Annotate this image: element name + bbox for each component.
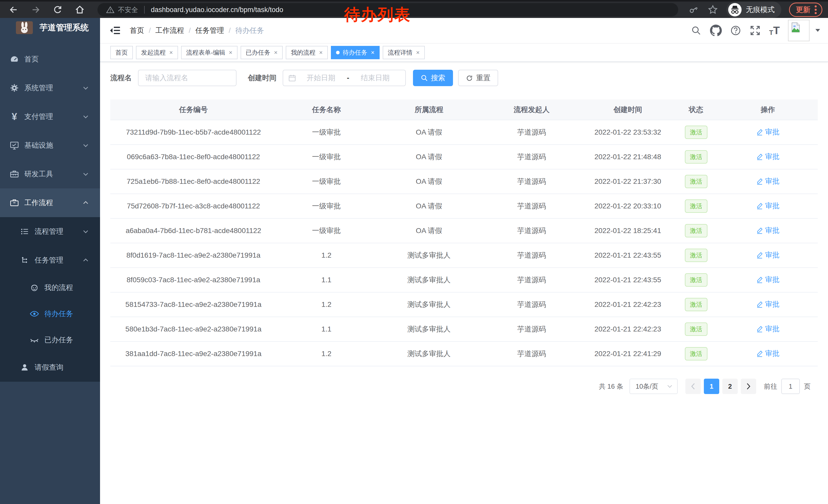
sidebar-item-workflow[interactable]: 工作流程 bbox=[0, 188, 100, 217]
sidebar-item-system[interactable]: 系统管理 bbox=[0, 74, 100, 102]
header-search-button[interactable] bbox=[691, 25, 702, 36]
approve-link[interactable]: 审批 bbox=[756, 226, 780, 235]
reset-button[interactable]: 重置 bbox=[458, 70, 498, 86]
avatar-dropdown-caret[interactable] bbox=[815, 29, 820, 32]
face-icon bbox=[29, 283, 40, 292]
tab-home[interactable]: 首页 bbox=[110, 46, 133, 59]
close-icon[interactable]: × bbox=[274, 49, 278, 56]
browser-forward-button[interactable] bbox=[30, 4, 42, 16]
edit-pen-icon bbox=[756, 153, 763, 160]
cell-starter: 芋道源码 bbox=[482, 194, 581, 218]
sidebar-item-my-process[interactable]: 我的流程 bbox=[0, 275, 100, 301]
reload-icon bbox=[52, 4, 64, 15]
sidebar-item-dev-tools[interactable]: 研发工具 bbox=[0, 160, 100, 188]
browser-reload-button[interactable] bbox=[52, 4, 64, 16]
header-github-button[interactable] bbox=[710, 25, 722, 36]
sidebar-item-leave-query[interactable]: 请假查询 bbox=[0, 353, 100, 382]
main-area: 首页 / 工作流程 / 任务管理 / 待办任务 bbox=[100, 18, 828, 504]
browser-back-button[interactable] bbox=[8, 4, 19, 16]
sidebar-item-done-tasks[interactable]: 已办任务 bbox=[0, 327, 100, 353]
header-fullscreen-button[interactable] bbox=[749, 25, 761, 36]
page-unit-label: 页 bbox=[804, 382, 811, 391]
cell-create-time: 2022-01-22 18:25:41 bbox=[581, 218, 674, 243]
sidebar-item-home[interactable]: 首页 bbox=[0, 45, 100, 74]
date-range-picker[interactable]: 开始日期 - 结束日期 bbox=[283, 70, 406, 86]
search-button[interactable]: 搜索 bbox=[413, 70, 453, 86]
tab-my-process[interactable]: 我的流程× bbox=[286, 46, 328, 59]
breadcrumb-task-mgmt[interactable]: 任务管理 bbox=[196, 26, 224, 35]
kebab-menu-icon[interactable] bbox=[815, 5, 817, 15]
close-icon[interactable]: × bbox=[319, 49, 323, 56]
sidebar-item-process-mgmt[interactable]: 流程管理 bbox=[0, 217, 100, 246]
sidebar-collapse-button[interactable] bbox=[109, 25, 121, 36]
tab-start-process[interactable]: 发起流程× bbox=[136, 46, 178, 59]
eye-icon bbox=[29, 309, 40, 319]
status-badge: 激活 bbox=[685, 273, 707, 287]
close-icon[interactable]: × bbox=[416, 49, 420, 56]
bookmark-star-icon[interactable] bbox=[707, 4, 719, 16]
toolbox-icon bbox=[9, 169, 20, 179]
chrome-top-strip bbox=[0, 0, 828, 2]
tab-process-detail[interactable]: 流程详情× bbox=[383, 46, 425, 59]
status-badge: 激活 bbox=[685, 224, 707, 237]
approve-link[interactable]: 审批 bbox=[756, 250, 780, 260]
pagination-total: 共 16 条 bbox=[599, 382, 623, 391]
header-font-size-button[interactable]: TT bbox=[769, 25, 780, 36]
cell-process: OA 请假 bbox=[376, 218, 482, 243]
status-badge: 激活 bbox=[685, 126, 707, 139]
sidebar-item-label: 系统管理 bbox=[25, 83, 53, 93]
close-icon[interactable]: × bbox=[371, 49, 374, 56]
page-size-select[interactable]: 10条/页 bbox=[629, 379, 678, 394]
goto-page-input[interactable] bbox=[781, 379, 800, 394]
page-button-2[interactable]: 2 bbox=[722, 379, 738, 394]
process-name-input[interactable] bbox=[138, 70, 237, 86]
status-badge: 激活 bbox=[685, 199, 707, 213]
todo-task-table: 任务编号 任务名称 所属流程 流程发起人 创建时间 状态 操作 73211d9d… bbox=[110, 99, 818, 366]
browser-home-button[interactable] bbox=[74, 4, 86, 16]
monitor-icon bbox=[9, 140, 20, 150]
cell-create-time: 2022-01-21 22:41:29 bbox=[581, 341, 674, 366]
approve-link[interactable]: 审批 bbox=[756, 152, 780, 162]
user-avatar[interactable] bbox=[788, 20, 810, 41]
chevron-down-icon bbox=[82, 84, 89, 92]
next-page-button[interactable] bbox=[741, 379, 756, 394]
app-logo-row[interactable]: 芋道管理系统 bbox=[16, 21, 89, 34]
approve-link[interactable]: 审批 bbox=[756, 127, 780, 137]
tab-form-edit[interactable]: 流程表单-编辑× bbox=[181, 46, 238, 59]
page-button-1[interactable]: 1 bbox=[704, 379, 719, 394]
col-create-time: 创建时间 bbox=[581, 99, 674, 120]
breadcrumb: 首页 / 工作流程 / 任务管理 / 待办任务 bbox=[130, 26, 264, 35]
close-icon[interactable]: × bbox=[229, 49, 233, 56]
prev-page-button[interactable] bbox=[686, 379, 701, 394]
search-icon bbox=[691, 25, 702, 36]
key-icon[interactable] bbox=[685, 2, 702, 18]
approve-link[interactable]: 审批 bbox=[756, 176, 780, 186]
sidebar-item-todo-tasks[interactable]: 待办任务 bbox=[0, 301, 100, 327]
eye-closed-icon bbox=[29, 335, 40, 345]
approve-link[interactable]: 审批 bbox=[756, 275, 780, 284]
sidebar-item-infrastructure[interactable]: 基础设施 bbox=[0, 131, 100, 160]
cell-create-time: 2022-01-21 22:42:23 bbox=[581, 292, 674, 317]
update-label: 更新 bbox=[796, 5, 810, 15]
browser-update-button[interactable]: 更新 bbox=[789, 3, 822, 17]
cell-starter: 芋道源码 bbox=[482, 243, 581, 268]
cell-starter: 芋道源码 bbox=[482, 317, 581, 341]
approve-link[interactable]: 审批 bbox=[756, 324, 780, 334]
close-icon[interactable]: × bbox=[169, 49, 173, 56]
sidebar-item-task-mgmt[interactable]: 任务管理 bbox=[0, 246, 100, 275]
header-help-button[interactable] bbox=[730, 25, 741, 36]
tab-todo-tasks[interactable]: 待办任务× bbox=[331, 46, 380, 59]
breadcrumb-workflow[interactable]: 工作流程 bbox=[156, 26, 184, 35]
url-text: dashboard.yudao.iocoder.cn/bpm/task/todo bbox=[151, 6, 283, 14]
approve-link[interactable]: 审批 bbox=[756, 201, 780, 211]
tab-done-tasks[interactable]: 已办任务× bbox=[241, 46, 283, 59]
sidebar-item-label: 首页 bbox=[25, 54, 39, 64]
breadcrumb-home[interactable]: 首页 bbox=[130, 26, 144, 35]
cell-task-name: 1.1 bbox=[277, 317, 376, 341]
approve-link[interactable]: 审批 bbox=[756, 349, 780, 358]
approve-link[interactable]: 审批 bbox=[756, 300, 780, 309]
tags-view-bar: 首页 发起流程× 流程表单-编辑× 已办任务× 我的流程× 待办任务× 流程详情… bbox=[100, 44, 828, 62]
cell-process: 测试多审批人 bbox=[376, 268, 482, 292]
cell-task-name: 1.1 bbox=[277, 268, 376, 292]
sidebar-item-payment[interactable]: ¥ 支付管理 bbox=[0, 102, 100, 131]
